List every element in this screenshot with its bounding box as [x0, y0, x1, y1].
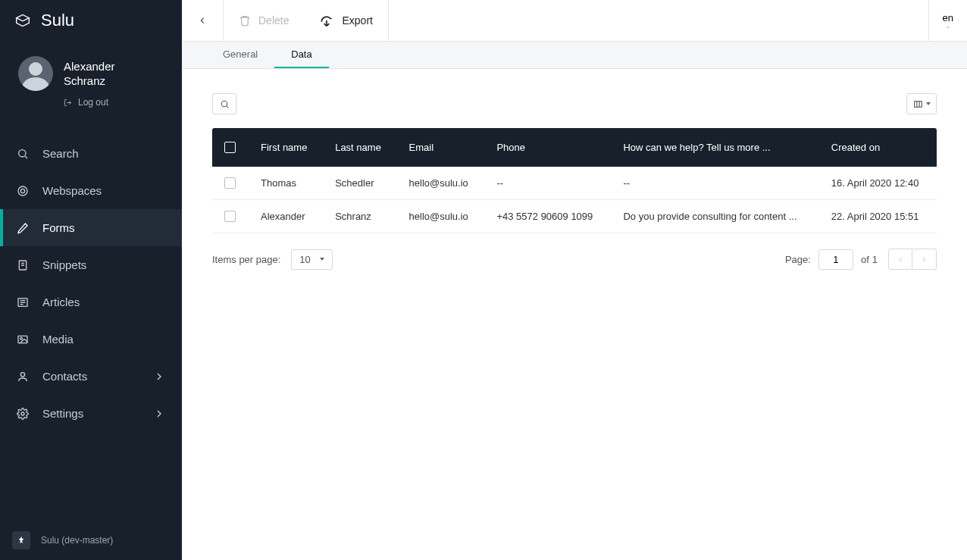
- tab-label: General: [223, 48, 258, 60]
- brand-logo-icon: [15, 13, 30, 28]
- pencil-icon: [17, 222, 29, 234]
- column-last-name[interactable]: Last name: [323, 128, 396, 167]
- export-label: Export: [342, 14, 372, 27]
- sidebar-item-label: Webspaces: [42, 184, 102, 197]
- column-help[interactable]: How can we help? Tell us more ...: [611, 128, 818, 167]
- svg-point-1: [18, 186, 27, 196]
- svg-rect-10: [914, 101, 922, 107]
- chevron-right-icon: [920, 255, 928, 264]
- cell-help: --: [611, 167, 818, 200]
- sidebar-item-forms[interactable]: Forms: [0, 209, 182, 246]
- items-per-page-select[interactable]: 10: [291, 249, 332, 270]
- sidebar-item-contacts[interactable]: Contacts: [0, 358, 182, 395]
- trash-icon: [239, 14, 251, 27]
- svg-point-6: [20, 337, 23, 339]
- svg-point-9: [221, 101, 227, 107]
- user-last: Schranz: [64, 74, 115, 89]
- sidebar-item-settings[interactable]: Settings: [0, 395, 182, 432]
- chevron-right-icon: [153, 408, 165, 420]
- user-block: Alexander Schranz Log out: [0, 41, 182, 121]
- sidebar-item-search[interactable]: Search: [0, 135, 182, 172]
- brand-name: Sulu: [41, 11, 74, 30]
- columns-icon: [913, 99, 923, 109]
- sidebar-item-label: Articles: [42, 296, 80, 308]
- svg-point-2: [20, 189, 24, 192]
- svg-point-8: [21, 412, 24, 415]
- column-created-on[interactable]: Created on: [819, 128, 937, 167]
- tab-general[interactable]: General: [206, 42, 274, 68]
- delete-label: Delete: [258, 14, 289, 27]
- prev-page-button[interactable]: [888, 249, 912, 270]
- sidebar: Sulu Alexander Schranz Log out Search: [0, 0, 182, 560]
- cell-created-on: 22. April 2020 15:51: [819, 200, 937, 233]
- tab-label: Data: [291, 48, 311, 60]
- sidebar-item-label: Media: [42, 333, 74, 346]
- cell-email: hello@sulu.io: [397, 167, 485, 200]
- language-value: en: [943, 12, 953, 23]
- snippet-icon: [17, 259, 29, 271]
- items-per-page-label: Items per page:: [212, 254, 280, 265]
- sidebar-item-webspaces[interactable]: Webspaces: [0, 172, 182, 209]
- chevron-down-icon: [320, 258, 324, 261]
- target-icon: [17, 185, 29, 197]
- newspaper-icon: [17, 296, 29, 308]
- sidebar-item-label: Contacts: [42, 370, 87, 383]
- pin-button[interactable]: [12, 531, 30, 549]
- toolbar: Delete Export en: [182, 0, 967, 42]
- chevron-down-icon: [944, 25, 952, 30]
- table-footer: Items per page: 10 Page: of 1: [212, 249, 937, 270]
- table-row[interactable]: Alexander Schranz hello@sulu.io +43 5572…: [212, 200, 937, 233]
- column-phone[interactable]: Phone: [484, 128, 611, 167]
- chevron-right-icon: [153, 371, 165, 383]
- svg-rect-5: [18, 336, 27, 343]
- delete-button[interactable]: Delete: [224, 14, 304, 27]
- sidebar-item-label: Forms: [42, 221, 75, 234]
- sidebar-item-articles[interactable]: Articles: [0, 283, 182, 321]
- total-pages: 1: [872, 254, 878, 265]
- cell-created-on: 16. April 2020 12:40: [819, 167, 937, 200]
- table-row[interactable]: Thomas Schedler hello@sulu.io -- -- 16. …: [212, 167, 937, 200]
- sidebar-item-snippets[interactable]: Snippets: [0, 246, 182, 283]
- user-name: Alexander Schranz: [64, 59, 115, 89]
- sidebar-footer: Sulu (dev-master): [0, 521, 182, 560]
- export-icon: [319, 13, 334, 28]
- svg-point-0: [19, 149, 26, 156]
- cell-last-name: Schedler: [323, 167, 396, 200]
- column-email[interactable]: Email: [397, 128, 485, 167]
- row-checkbox[interactable]: [224, 177, 236, 189]
- select-all-checkbox[interactable]: [224, 142, 236, 153]
- tabs: General Data: [182, 42, 967, 69]
- column-settings-button[interactable]: [906, 93, 937, 114]
- table-search-button[interactable]: [212, 93, 236, 114]
- search-icon: [17, 148, 29, 160]
- of-label: of: [861, 254, 869, 265]
- cell-last-name: Schranz: [323, 200, 396, 233]
- back-button[interactable]: [182, 0, 224, 41]
- chevron-down-icon: [926, 102, 931, 105]
- logout-label: Log out: [78, 97, 108, 108]
- data-table: First name Last name Email Phone How can…: [212, 128, 937, 233]
- avatar[interactable]: [18, 56, 53, 91]
- row-checkbox[interactable]: [224, 211, 236, 222]
- gear-icon: [17, 408, 29, 420]
- svg-point-7: [20, 372, 24, 376]
- items-per-page-value: 10: [299, 254, 310, 265]
- language-selector[interactable]: en: [928, 0, 967, 41]
- export-button[interactable]: Export: [304, 13, 387, 28]
- sidebar-item-label: Snippets: [42, 258, 86, 271]
- tab-data[interactable]: Data: [274, 42, 328, 68]
- page-label: Page:: [785, 254, 811, 265]
- search-icon: [220, 99, 230, 109]
- next-page-button[interactable]: [912, 249, 937, 270]
- sidebar-item-label: Search: [42, 147, 79, 160]
- sidebar-item-label: Settings: [42, 407, 83, 420]
- cell-phone: --: [484, 167, 611, 200]
- cell-first-name: Thomas: [249, 167, 323, 200]
- page-input[interactable]: [818, 249, 853, 270]
- logout-link[interactable]: Log out: [64, 97, 164, 108]
- column-first-name[interactable]: First name: [249, 128, 323, 167]
- content: First name Last name Email Phone How can…: [182, 69, 967, 560]
- cell-email: hello@sulu.io: [397, 200, 485, 233]
- chevron-left-icon: [897, 255, 905, 264]
- sidebar-item-media[interactable]: Media: [0, 321, 182, 358]
